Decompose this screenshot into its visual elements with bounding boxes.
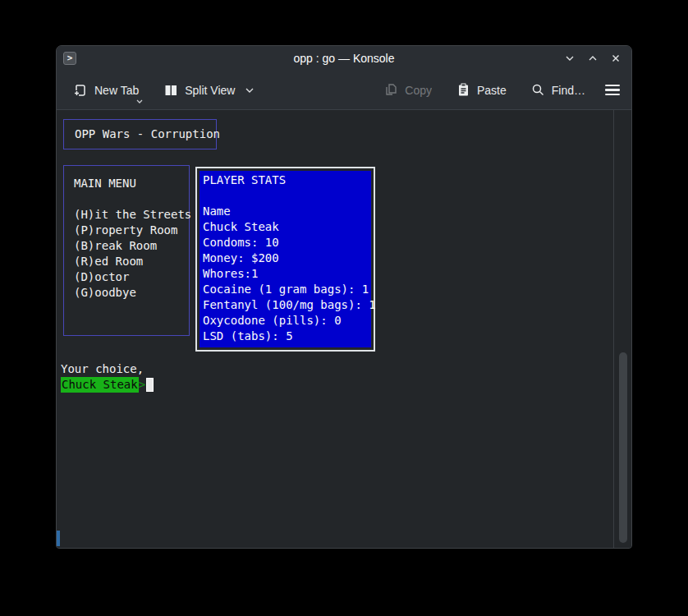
game-banner-text: OPP Wars - Corruption (75, 126, 220, 142)
search-icon (531, 83, 545, 97)
menu-button[interactable] (603, 81, 621, 99)
terminal-view[interactable]: OPP Wars - Corruption MAIN MENU (H)it th… (57, 110, 631, 549)
split-view-icon (163, 83, 178, 98)
split-view-dropdown-icon[interactable] (245, 87, 255, 94)
menu-item-doctor: (D)octor (74, 269, 189, 285)
paste-button[interactable]: Paste (450, 78, 513, 102)
main-menu-title: MAIN MENU (74, 176, 189, 191)
maximize-button[interactable] (585, 51, 600, 66)
konsole-window: > opp : go — Konsole N (56, 45, 632, 549)
stat-oxycodone: Oxycodone (pills): 0 (203, 313, 371, 329)
find-label: Find… (552, 84, 585, 97)
window-title: opp : go — Konsole (57, 52, 631, 65)
stat-condoms: Condoms: 10 (203, 235, 371, 251)
new-tab-dropdown-icon[interactable] (135, 99, 144, 104)
stat-whores: Whores:1 (203, 266, 371, 282)
minimize-button[interactable] (562, 51, 577, 66)
menu-item-break-room: (B)reak Room (74, 238, 189, 254)
stat-fentanyl: Fentanyl (100/mg bags): 1 (203, 297, 371, 313)
stat-cocaine: Cocaine (1 gram bags): 1 (203, 282, 371, 297)
new-tab-icon (73, 83, 88, 98)
copy-button: Copy (378, 78, 438, 102)
player-stats-title: PLAYER STATS (203, 172, 371, 188)
chevron-down-icon (564, 53, 576, 64)
paste-label: Paste (477, 84, 507, 97)
player-stats-box: PLAYER STATS Name Chuck Steak Condoms: 1… (195, 167, 375, 352)
menu-item-property-room: (P)roperty Room (74, 223, 189, 238)
hamburger-icon (605, 85, 620, 87)
menu-item-red-room: (R)ed Room (74, 254, 189, 269)
copy-icon (384, 83, 398, 97)
prompt-caret: > (139, 377, 145, 393)
new-tab-label: New Tab (94, 84, 139, 97)
stat-money: Money: $200 (203, 251, 371, 266)
terminal-cursor (146, 378, 154, 392)
toolbar: New Tab Split View Copy (57, 71, 631, 110)
split-view-button[interactable]: Split View (157, 78, 261, 103)
close-button[interactable] (608, 51, 623, 66)
game-banner-box: OPP Wars - Corruption (63, 119, 217, 149)
main-menu-box: MAIN MENU (H)it the Streets (P)roperty R… (63, 165, 190, 336)
stat-lsd: LSD (tabs): 5 (203, 329, 371, 344)
find-button[interactable]: Find… (525, 78, 592, 102)
split-view-label: Split View (185, 84, 235, 97)
copy-label: Copy (405, 84, 432, 97)
new-output-indicator (57, 531, 60, 546)
scrollbar-track[interactable] (614, 110, 631, 549)
paste-icon (456, 83, 470, 97)
menu-item-goodbye: (G)oodbye (74, 285, 189, 301)
konsole-app-icon: > (63, 52, 76, 65)
close-icon (610, 53, 621, 64)
stat-name-value: Chuck Steak (203, 219, 371, 235)
stat-name-label: Name (203, 204, 371, 219)
prompt-line[interactable]: Chuck Steak> (61, 377, 154, 393)
prompt-question: Your choice, (61, 361, 144, 377)
menu-item-hit-the-streets: (H)it the Streets (74, 207, 189, 223)
new-tab-button[interactable]: New Tab (67, 78, 145, 103)
titlebar[interactable]: > opp : go — Konsole (57, 46, 631, 71)
player-stats-panel: PLAYER STATS Name Chuck Steak Condoms: 1… (200, 171, 371, 347)
scrollbar-thumb[interactable] (619, 352, 627, 543)
chevron-up-icon (587, 53, 599, 64)
player-name-highlight: Chuck Steak (61, 377, 139, 393)
